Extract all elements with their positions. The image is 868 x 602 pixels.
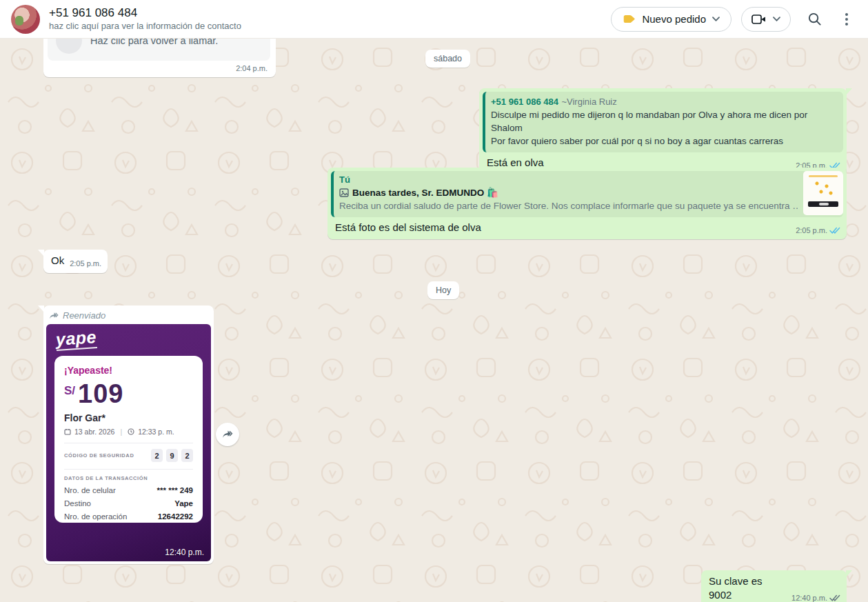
contact-subtitle: haz clic aquí para ver la información de… <box>49 20 611 32</box>
quote-sender-you: Tú <box>339 174 798 185</box>
forward-arrow-icon <box>222 430 234 439</box>
receipt-time: 12:33 p. m. <box>138 428 174 436</box>
search-button[interactable] <box>800 6 828 33</box>
calendar-icon <box>64 428 71 435</box>
new-order-button[interactable]: Nuevo pedido <box>611 7 731 32</box>
menu-kebab-button[interactable] <box>838 6 856 33</box>
message-text: Ok <box>51 254 64 268</box>
quote-text-line1: Disculpe mi pedido me dijeron q lo manda… <box>491 108 836 134</box>
currency-symbol: S/ <box>64 384 75 398</box>
message-text: Está foto es del sistema de olva <box>335 221 796 234</box>
contact-avatar[interactable] <box>11 5 40 34</box>
forwarded-label: Reenviado <box>63 310 105 321</box>
date-divider-today: Hoy <box>427 281 459 299</box>
message-list[interactable]: Haz clic para volver a llamar. 2:04 p.m.… <box>0 39 868 602</box>
chevron-down-icon <box>773 17 780 21</box>
bubble-tail <box>38 250 44 257</box>
security-digit: 9 <box>166 449 178 462</box>
message-time: 12:40 p.m. <box>791 594 827 602</box>
yape-logo: yape <box>55 327 97 351</box>
forwarded-label-row: Reenviado <box>46 308 211 324</box>
security-digit: 2 <box>181 449 193 462</box>
transaction-data-label: DATOS DE LA TRANSACCIÓN <box>64 475 193 481</box>
video-call-button[interactable] <box>741 7 791 32</box>
receipt-date: 13 abr. 2026 <box>74 428 114 436</box>
message-time: 2:04 p.m. <box>48 61 270 72</box>
thumbnail-decoration <box>809 175 838 177</box>
chat-header: +51 961 086 484 haz clic aquí para ver l… <box>0 0 868 39</box>
security-digit: 2 <box>151 449 163 462</box>
quoted-message[interactable]: +51 961 086 484 ~Virginia Ruiz Disculpe … <box>483 92 843 152</box>
quote-preview-text: Reciba un cordial saludo de parte de Flo… <box>339 199 798 212</box>
new-order-label: Nuevo pedido <box>642 13 706 25</box>
separator: | <box>118 428 124 436</box>
yape-receipt-image[interactable]: yape ¡Yapeaste! S/ 109 Flor Gar* 13 abr.… <box>46 324 211 561</box>
transaction-row: Nro. de operación 12642292 <box>64 512 193 521</box>
transaction-row: Destino Yape <box>64 499 193 508</box>
clock-icon <box>128 428 134 435</box>
incoming-message-ok[interactable]: Ok 2:05 p.m. <box>43 250 108 273</box>
forward-message-button[interactable] <box>216 423 239 446</box>
quoted-message[interactable]: Tú Buenas tardes, Sr. EDMUNDO 🛍️ Reciba … <box>331 171 843 217</box>
photo-icon <box>339 188 349 197</box>
quoted-image-thumbnail[interactable] <box>803 171 843 215</box>
thumbnail-decoration <box>808 201 838 207</box>
call-icon <box>56 39 82 54</box>
delivered-double-check-icon <box>829 594 840 602</box>
outgoing-message-olva[interactable]: +51 961 086 484 ~Virginia Ruiz Disculpe … <box>479 88 847 174</box>
recipient-name: Flor Gar* <box>64 412 193 423</box>
read-double-check-icon <box>829 227 840 234</box>
quote-text-line2: Por favor quiero saber por cuál por q si… <box>491 134 836 148</box>
bubble-tail <box>38 305 44 312</box>
contact-info-area[interactable]: +51 961 086 484 haz clic aquí para ver l… <box>49 6 611 32</box>
security-code-row: CÓDIGO DE SEGURIDAD 2 9 2 <box>64 449 193 462</box>
message-text: Su clave es 9002 <box>709 574 787 602</box>
label-tag-icon <box>623 14 636 24</box>
message-time-overlay: 12:40 p.m. <box>165 548 204 557</box>
missed-call-message[interactable]: Haz clic para volver a llamar. 2:04 p.m. <box>43 39 276 77</box>
quote-sender-number: +51 961 086 484 <box>491 97 558 107</box>
message-meta: 12:40 p.m. <box>791 594 840 602</box>
callback-card[interactable]: Haz clic para volver a llamar. <box>48 39 270 61</box>
yape-title: ¡Yapeaste! <box>64 365 193 376</box>
thumbnail-decoration <box>813 181 834 196</box>
yape-receipt-card: ¡Yapeaste! S/ 109 Flor Gar* 13 abr. 2026… <box>54 356 203 523</box>
quote-header: +51 961 086 484 ~Virginia Ruiz <box>491 95 836 108</box>
forwarded-icon <box>49 312 59 320</box>
contact-title: +51 961 086 484 <box>49 6 611 20</box>
transaction-row: Nro. de celular *** *** 249 <box>64 486 193 494</box>
receipt-datetime-row: 13 abr. 2026 | 12:33 p. m. <box>64 428 193 436</box>
message-time: 2:05 p.m. <box>70 259 101 268</box>
video-camera-icon <box>751 14 767 25</box>
message-time: 2:05 p.m. <box>796 226 827 234</box>
forwarded-image-message[interactable]: Reenviado yape ¡Yapeaste! S/ 109 Flor Ga… <box>43 305 214 564</box>
quote-title-text: Buenas tardes, Sr. EDMUNDO 🛍️ <box>352 186 498 199</box>
date-divider-saturday: sábado <box>425 50 470 68</box>
message-meta: 2:05 p.m. <box>796 226 840 234</box>
quote-title-row: Buenas tardes, Sr. EDMUNDO 🛍️ <box>339 186 798 199</box>
outgoing-message-foto[interactable]: Tú Buenas tardes, Sr. EDMUNDO 🛍️ Reciba … <box>327 168 847 239</box>
chevron-down-icon <box>712 17 720 21</box>
quote-sender-name: ~Virginia Ruiz <box>561 97 616 107</box>
header-actions: Nuevo pedido <box>611 6 856 33</box>
amount-value: 109 <box>78 381 123 407</box>
callback-text: Haz clic para volver a llamar. <box>90 39 218 46</box>
outgoing-message-clave[interactable]: Su clave es 9002 12:40 p.m. <box>701 570 847 602</box>
security-code-label: CÓDIGO DE SEGURIDAD <box>64 452 134 459</box>
whatsapp-chat-window: +51 961 086 484 haz clic aquí para ver l… <box>0 0 868 602</box>
bubble-tail <box>846 88 852 95</box>
bubble-tail <box>846 570 852 577</box>
